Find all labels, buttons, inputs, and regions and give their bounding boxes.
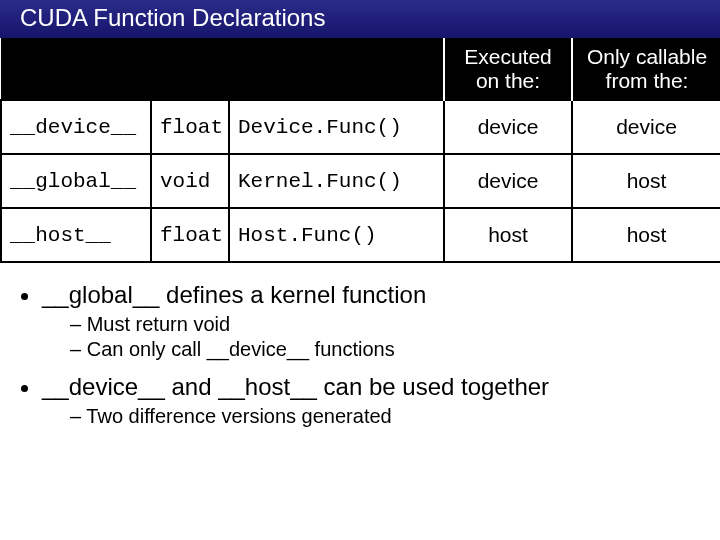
bullet-device-host: __device__ and __host__ can be used toge…	[42, 373, 704, 428]
cell-qualifier: __global__	[1, 154, 151, 208]
cell-call: device	[572, 100, 720, 154]
cell-exec: device	[444, 100, 572, 154]
slide-title: CUDA Function Declarations	[0, 0, 720, 38]
header-callable: Only callable from the:	[572, 38, 720, 100]
bullet-global: __global__ defines a kernel function Mus…	[42, 281, 704, 361]
sub-bullet: Can only call __device__ functions	[70, 338, 704, 361]
cell-type: void	[151, 154, 229, 208]
cell-func: Host.Func()	[229, 208, 444, 262]
cell-qualifier: __host__	[1, 208, 151, 262]
cell-call: host	[572, 208, 720, 262]
bullet-text: __global__ defines a kernel function	[42, 281, 426, 308]
table-row: __host__ float Host.Func() host host	[1, 208, 720, 262]
header-executed: Executed on the:	[444, 38, 572, 100]
table-row: __global__ void Kernel.Func() device hos…	[1, 154, 720, 208]
table-row: __device__ float Device.Func() device de…	[1, 100, 720, 154]
cell-func: Device.Func()	[229, 100, 444, 154]
cell-func: Kernel.Func()	[229, 154, 444, 208]
table-header-row: Executed on the: Only callable from the:	[1, 38, 720, 100]
bullet-section: __global__ defines a kernel function Mus…	[0, 263, 720, 428]
cell-type: float	[151, 100, 229, 154]
declaration-table: Executed on the: Only callable from the:…	[0, 38, 720, 263]
sub-bullet: Two difference versions generated	[70, 405, 704, 428]
cell-qualifier: __device__	[1, 100, 151, 154]
sub-bullet: Must return void	[70, 313, 704, 336]
cell-exec: host	[444, 208, 572, 262]
cell-type: float	[151, 208, 229, 262]
header-blank	[1, 38, 444, 100]
cell-call: host	[572, 154, 720, 208]
cell-exec: device	[444, 154, 572, 208]
bullet-text: __device__ and __host__ can be used toge…	[42, 373, 549, 400]
